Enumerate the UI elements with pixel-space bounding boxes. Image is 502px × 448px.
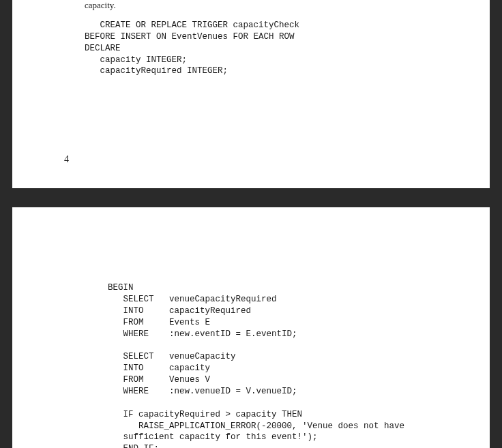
sql-code-block-body: BEGIN SELECT venueCapacityRequired INTO … <box>108 282 469 448</box>
sql-code-block-declare: CREATE OR REPLACE TRIGGER capacityCheck … <box>85 20 469 77</box>
intro-paragraph-fragment: capacity. <box>85 0 469 12</box>
document-page-bottom: BEGIN SELECT venueCapacityRequired INTO … <box>12 207 490 448</box>
page-separator <box>0 188 502 207</box>
document-page-top: capacity. CREATE OR REPLACE TRIGGER capa… <box>12 0 490 188</box>
page-number: 4 <box>64 154 69 165</box>
